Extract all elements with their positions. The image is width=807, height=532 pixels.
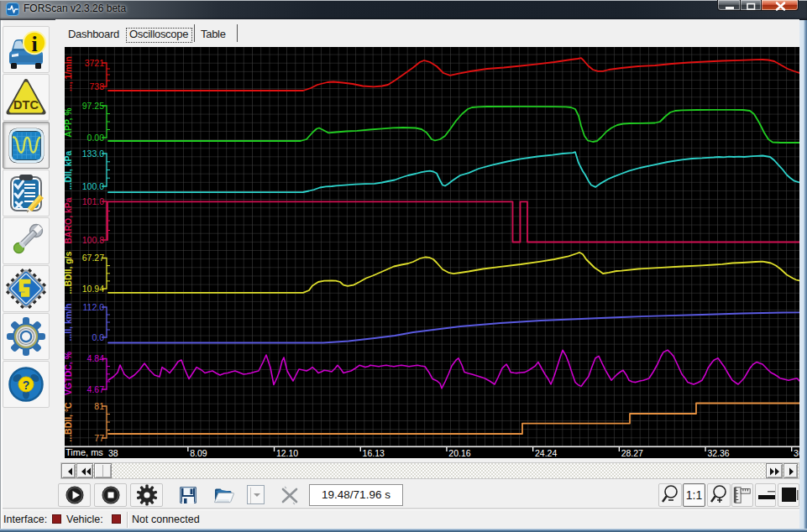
svg-text:28.27: 28.27 bbox=[621, 448, 643, 458]
svg-text:97.25: 97.25 bbox=[82, 101, 104, 111]
svg-text:100.0: 100.0 bbox=[82, 181, 104, 191]
svg-text:...BDII, °C: ...BDII, °C bbox=[65, 402, 73, 442]
svg-text:36: 36 bbox=[794, 448, 799, 458]
svg-text:10.94: 10.94 bbox=[82, 284, 104, 294]
svg-text:i: i bbox=[31, 32, 37, 56]
svg-text:?: ? bbox=[23, 378, 30, 392]
svg-text:...DII, kPa: ...DII, kPa bbox=[65, 150, 73, 190]
svg-text:DTC: DTC bbox=[13, 98, 39, 112]
svg-text:67.27: 67.27 bbox=[82, 253, 104, 263]
svg-text:Time, ms: Time, ms bbox=[66, 447, 103, 457]
svg-text:0.0: 0.0 bbox=[92, 332, 104, 342]
svg-text:112.0: 112.0 bbox=[83, 302, 105, 312]
svg-text:...BDII, g/s: ...BDII, g/s bbox=[65, 251, 73, 294]
svg-text:32.36: 32.36 bbox=[707, 448, 729, 458]
svg-text:4.67: 4.67 bbox=[87, 384, 105, 394]
svg-text:20.16: 20.16 bbox=[448, 448, 470, 458]
svg-text:38: 38 bbox=[108, 448, 118, 458]
svg-text:101.0: 101.0 bbox=[82, 196, 104, 206]
svg-text:0.00: 0.00 bbox=[87, 133, 105, 143]
svg-text:..., 1/min: ..., 1/min bbox=[65, 56, 73, 91]
svg-text:16.13: 16.13 bbox=[363, 448, 385, 458]
svg-text:VGTDC, %: VGTDC, % bbox=[65, 351, 73, 395]
svg-text:BARO, kPa: BARO, kPa bbox=[65, 197, 73, 244]
svg-text:3721: 3721 bbox=[85, 58, 105, 68]
svg-text:77: 77 bbox=[94, 433, 104, 443]
svg-text:24.24: 24.24 bbox=[535, 448, 557, 458]
svg-text:100.8: 100.8 bbox=[82, 235, 104, 245]
svg-text:...II, km/h: ...II, km/h bbox=[65, 304, 73, 342]
svg-text:APP, %: APP, % bbox=[65, 107, 73, 138]
svg-text:4.84: 4.84 bbox=[87, 353, 105, 363]
svg-text:12.10: 12.10 bbox=[276, 448, 298, 458]
svg-text:81: 81 bbox=[94, 401, 104, 411]
svg-text:133.0: 133.0 bbox=[82, 149, 104, 159]
svg-text:738: 738 bbox=[89, 81, 104, 91]
svg-text:8.09: 8.09 bbox=[190, 448, 207, 458]
